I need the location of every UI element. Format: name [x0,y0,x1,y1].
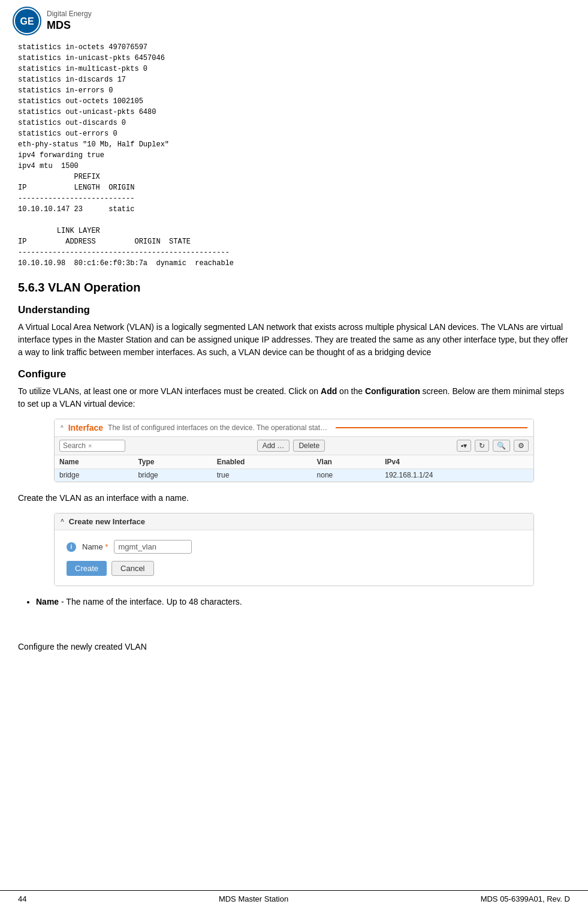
footer-page-number: 44 [18,894,26,903]
cell-name: bridge [55,469,133,482]
cell-ipv4: 192.168.1.1/24 [380,469,533,482]
configure-heading: Configure [18,368,570,380]
col-header-type: Type [133,455,212,469]
footer-center: MDS Master Station [219,894,288,903]
refresh-icon: ↻ [479,442,485,450]
panel-divider [336,427,527,428]
cancel-button[interactable]: Cancel [111,561,153,576]
bullet-list: Name - The name of the interface. Up to … [36,596,570,608]
understanding-heading: Understanding [18,304,570,316]
ge-logo-icon: GE [12,6,42,36]
required-asterisk: * [105,542,108,551]
search-icon: 🔍 [497,442,506,450]
brand-text: Digital Energy MDS [47,10,92,33]
page-container: GE Digital Energy MDS statistics in-octe… [0,0,588,907]
refresh-icon-button[interactable]: ↻ [475,440,489,452]
configure-text-middle: on the [337,386,365,396]
delete-button[interactable]: Delete [293,440,325,452]
create-interface-panel: ^ Create new Interface i Name * Create C… [54,513,534,586]
interface-table: Name Type Enabled Vlan IPv4 bridge bridg… [55,455,533,482]
interface-description: The list of configured interfaces on the… [108,424,327,432]
header-logo: GE Digital Energy MDS [12,6,92,36]
brand-digital-energy: Digital Energy [47,10,92,19]
configure-configuration-bold: Configuration [365,386,420,396]
header: GE Digital Energy MDS [0,0,588,42]
footer-right: MDS 05-6399A01, Rev. D [481,894,570,903]
gear-icon: ⚙ [518,442,524,450]
list-item: Name - The name of the interface. Up to … [36,596,570,608]
search-text: Search [63,442,86,450]
info-icon: i [67,542,76,552]
configure-newly-text: Configure the newly created VLAN [18,641,570,653]
create-panel-body: i Name * Create Cancel [55,530,533,585]
content-area: statistics in-octets 497076597 statistic… [0,42,588,890]
search-box[interactable]: Search × [59,440,125,452]
configure-text-before: To utilize VLANs, at least one or more V… [18,386,321,396]
create-collapse-icon[interactable]: ^ [61,518,64,525]
cell-type: bridge [133,469,212,482]
create-panel-header: ^ Create new Interface [55,513,533,530]
collapse-icon[interactable]: ^ [61,425,64,431]
search-clear-icon[interactable]: × [88,442,92,449]
gear-icon-button[interactable]: ⚙ [514,440,529,452]
interface-panel-header: ^ Interface The list of configured inter… [55,419,533,437]
interface-panel: ^ Interface The list of configured inter… [54,419,534,482]
col-header-enabled: Enabled [212,455,312,469]
col-header-ipv4: IPv4 [380,455,533,469]
svg-text:GE: GE [20,16,34,26]
create-vlan-text: Create the VLAN as an interface with a n… [18,492,570,504]
btn-row: Create Cancel [67,561,521,576]
bullet-term: Name [36,597,59,606]
name-input[interactable] [114,540,192,554]
table-header-row: Name Type Enabled Vlan IPv4 [55,455,533,469]
configure-text: To utilize VLANs, at least one or more V… [18,385,570,410]
form-name-label: Name * [82,542,108,551]
section-563-heading: 5.6.3 VLAN Operation [18,281,570,295]
chart-icon-button[interactable]: ▪▾ [457,440,471,452]
add-button[interactable]: Add … [257,440,290,452]
bullet-text: - The name of the interface. Up to 48 ch… [61,597,242,606]
form-row-name: i Name * [67,540,521,554]
create-button[interactable]: Create [67,561,107,576]
chart-icon: ▪▾ [461,442,467,450]
col-header-vlan: Vlan [312,455,381,469]
cell-vlan: none [312,469,381,482]
search-icon-button[interactable]: 🔍 [493,440,510,452]
col-header-name: Name [55,455,133,469]
code-block: statistics in-octets 497076597 statistic… [18,42,570,269]
create-panel-title: Create new Interface [69,517,145,526]
table-row[interactable]: bridge bridge true none 192.168.1.1/24 [55,469,533,482]
page-footer: 44 MDS Master Station MDS 05-6399A01, Re… [0,890,588,907]
configure-add-bold: Add [321,386,337,396]
brand-mds: MDS [47,19,92,32]
understanding-text: A Virtual Local Area Network (VLAN) is a… [18,321,570,359]
cell-enabled: true [212,469,312,482]
interface-title: Interface [68,423,103,433]
interface-toolbar: Search × Add … Delete ▪▾ ↻ 🔍 ⚙ [55,437,533,455]
spacer [18,617,570,641]
